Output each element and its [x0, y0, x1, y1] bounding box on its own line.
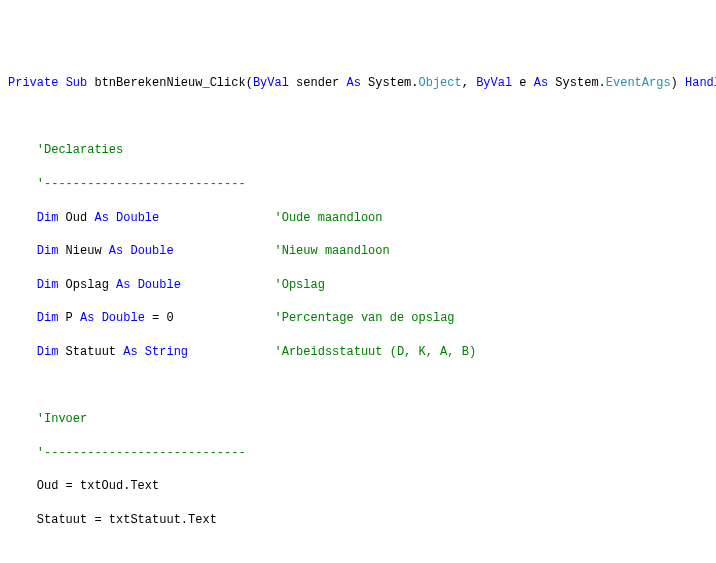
assign-oud: Oud = txtOud.Text — [8, 478, 708, 495]
comment-dash: '---------------------------- — [8, 445, 708, 462]
comment-dash: '---------------------------- — [8, 176, 708, 193]
code-editor[interactable]: Private Sub btnBerekenNieuw_Click(ByVal … — [8, 75, 708, 563]
comment-declaraties: 'Declaraties — [8, 142, 708, 159]
comment-invoer: 'Invoer — [8, 411, 708, 428]
dim-opslag: Dim Opslag As Double 'Opslag — [8, 277, 708, 294]
signature: Private Sub btnBerekenNieuw_Click(ByVal … — [8, 75, 708, 92]
kw-private: Private — [8, 76, 58, 90]
dim-nieuw: Dim Nieuw As Double 'Nieuw maandloon — [8, 243, 708, 260]
dim-oud: Dim Oud As Double 'Oude maandloon — [8, 210, 708, 227]
assign-statuut: Statuut = txtStatuut.Text — [8, 512, 708, 529]
kw-sub: Sub — [66, 76, 88, 90]
dim-statuut: Dim Statuut As String 'Arbeidsstatuut (D… — [8, 344, 708, 361]
dim-p: Dim P As Double = 0 'Percentage van de o… — [8, 310, 708, 327]
